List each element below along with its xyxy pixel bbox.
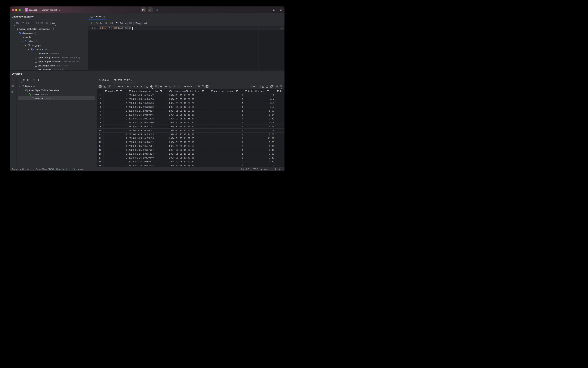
svg-text:p: p — [101, 22, 102, 24]
